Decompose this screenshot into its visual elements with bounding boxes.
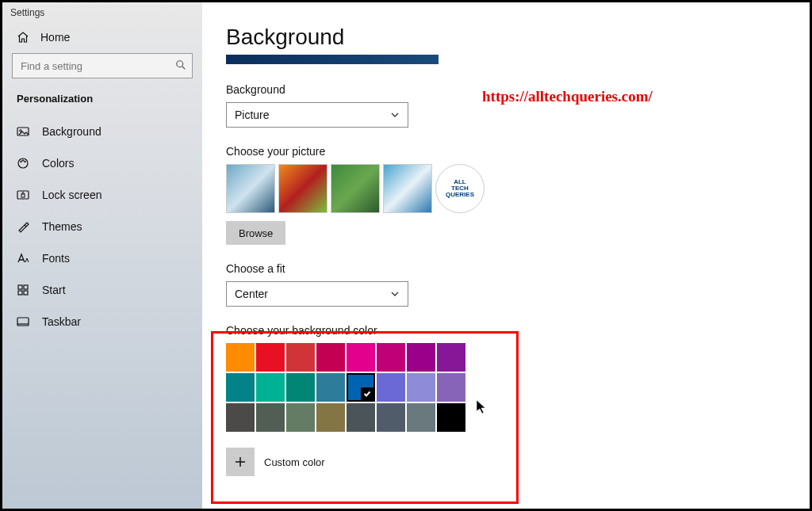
choose-picture-label: Choose your picture [226,145,791,158]
background-select-value: Picture [235,109,270,121]
home-icon [17,31,29,44]
chevron-down-icon [390,110,400,120]
home-button[interactable]: Home [2,20,202,51]
color-swatch[interactable] [316,343,345,372]
svg-point-6 [25,161,26,162]
svg-point-4 [21,161,22,162]
color-swatch[interactable] [437,343,465,372]
color-swatch[interactable] [347,403,375,432]
fit-select-value: Center [235,288,268,300]
sidebar-item-colors[interactable]: Colors [2,147,202,179]
page-title: Background [226,25,791,50]
svg-rect-11 [18,291,22,295]
color-swatch[interactable] [377,403,405,432]
sidebar-item-start[interactable]: Start [2,274,202,306]
lockscreen-icon [17,189,29,201]
home-label: Home [40,31,70,44]
brush-icon [17,220,29,233]
color-swatch[interactable] [407,343,435,372]
svg-rect-10 [24,285,28,289]
choose-color-label: Choose your background color [226,324,791,337]
color-swatch[interactable] [407,403,435,432]
picture-icon [17,125,29,138]
sidebar-item-label: Fonts [42,252,70,265]
sidebar-item-themes[interactable]: Themes [2,211,202,242]
sidebar-item-lock-screen[interactable]: Lock screen [2,179,202,211]
color-swatch[interactable] [347,373,375,402]
background-select[interactable]: Picture [226,102,408,128]
svg-rect-12 [24,291,28,295]
plus-icon [235,456,246,467]
color-swatch[interactable] [347,343,375,372]
sidebar-item-label: Taskbar [42,315,81,328]
picture-thumbnail[interactable] [331,164,380,213]
sidebar: Settings Home Personalization Background… [2,2,202,509]
sidebar-item-background[interactable]: Background [2,116,202,147]
palette-icon [17,157,29,170]
picture-thumbnail[interactable]: ALLTECHQUERIES [435,164,485,213]
color-swatch[interactable] [286,373,315,402]
sidebar-item-label: Start [42,284,66,296]
svg-rect-8 [21,194,25,197]
color-grid [226,343,467,432]
svg-rect-9 [18,285,22,289]
color-swatch[interactable] [226,373,255,402]
color-swatch[interactable] [407,373,435,402]
sidebar-item-label: Lock screen [42,189,102,201]
search-input[interactable] [12,53,193,78]
fonts-icon [17,252,29,265]
app-title: Settings [2,2,202,20]
color-swatch[interactable] [377,343,405,372]
picture-thumbnails: ALLTECHQUERIES [226,164,791,213]
chevron-down-icon [390,289,400,299]
sidebar-item-label: Colors [42,157,74,170]
browse-button[interactable]: Browse [226,221,285,245]
sidebar-item-taskbar[interactable]: Taskbar [2,306,202,337]
custom-color-button[interactable] [226,448,255,476]
choose-fit-label: Choose a fit [226,262,791,275]
search-wrap [12,53,193,78]
cursor-icon [476,399,487,415]
nav-list: BackgroundColorsLock screenThemesFontsSt… [2,116,202,337]
checkmark-icon [361,387,373,400]
picture-thumbnail[interactable] [383,164,432,213]
color-swatch[interactable] [226,403,255,432]
color-swatch[interactable] [226,343,255,372]
color-swatch[interactable] [256,403,285,432]
sidebar-item-label: Themes [42,220,82,233]
color-swatch[interactable] [256,343,285,372]
color-swatch[interactable] [256,373,285,402]
background-preview [226,55,439,64]
content-area: Background Background Picture Choose you… [202,2,810,509]
picture-thumbnail[interactable] [226,164,275,213]
fit-select[interactable]: Center [226,281,408,307]
color-swatch[interactable] [377,373,405,402]
watermark-text: https://alltechqueries.com/ [482,88,653,105]
custom-color-label: Custom color [264,456,325,468]
color-swatch[interactable] [286,403,315,432]
sidebar-item-label: Background [42,125,102,138]
svg-point-0 [177,61,183,67]
picture-thumbnail[interactable] [278,164,327,213]
search-icon [175,59,186,71]
color-swatch[interactable] [437,403,465,432]
color-swatch[interactable] [316,403,345,432]
color-swatch[interactable] [437,373,465,402]
start-icon [17,284,29,296]
settings-window: Settings Home Personalization Background… [0,0,812,511]
sidebar-item-fonts[interactable]: Fonts [2,242,202,274]
color-swatch[interactable] [316,373,345,402]
svg-point-5 [22,160,24,162]
custom-color-row: Custom color [226,448,791,476]
color-swatch[interactable] [286,343,315,372]
svg-point-2 [20,130,22,132]
taskbar-icon [17,315,29,328]
category-label: Personalization [2,93,202,116]
